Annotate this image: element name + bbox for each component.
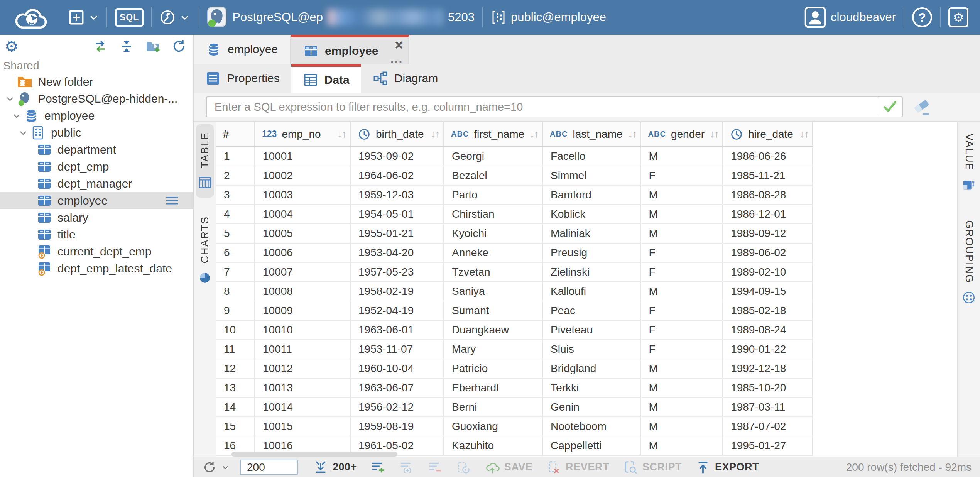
grid-cell[interactable]: Genin <box>542 398 641 417</box>
grid-cell[interactable]: 10006 <box>255 243 350 262</box>
grid-cell[interactable]: 1964-06-02 <box>350 166 444 185</box>
grid-cell[interactable]: M <box>641 436 723 455</box>
script-button[interactable]: SCRIPT <box>618 460 687 475</box>
grid-cell[interactable]: Saniya <box>444 282 542 301</box>
grid-cell[interactable]: F <box>641 301 723 320</box>
grid-rownum-cell[interactable]: 2 <box>216 166 255 185</box>
grid-cell[interactable]: Eberhardt <box>444 378 542 398</box>
grid-cell[interactable]: Bezalel <box>444 166 542 185</box>
connection-selector-button[interactable]: PostgreSQL@ep5203 <box>198 0 482 35</box>
grid-cell[interactable]: 1990-01-22 <box>723 340 813 359</box>
grid-cell[interactable]: 1959-08-19 <box>350 417 444 436</box>
grid-cell[interactable]: 1994-09-15 <box>723 282 813 301</box>
sort-icon[interactable]: ↓↑ <box>710 128 718 140</box>
chevron-expanded-icon[interactable] <box>3 94 17 104</box>
sort-icon[interactable]: ↓↑ <box>431 128 439 140</box>
sort-icon[interactable]: ↓↑ <box>337 128 346 140</box>
grid-cell[interactable]: 10001 <box>255 147 350 166</box>
grid-cell[interactable]: Parto <box>444 185 542 205</box>
grid-cell[interactable]: 1955-01-21 <box>350 224 444 243</box>
export-button[interactable]: EXPORT <box>690 460 764 475</box>
grid-cell[interactable]: Chirstian <box>444 205 542 224</box>
apply-changes-button[interactable] <box>451 460 476 475</box>
grid-cell[interactable]: Sumant <box>444 301 542 320</box>
tree-item-current-dept-emp[interactable]: current_dept_emp <box>0 243 193 260</box>
tree-item-salary[interactable]: salary <box>0 209 193 226</box>
grid-header-emp_no[interactable]: 123emp_no↓↑ <box>255 122 350 147</box>
grid-header-last_name[interactable]: ABClast_name↓↑ <box>542 122 641 147</box>
user-menu-button[interactable]: cloudbeaver <box>797 0 904 35</box>
grid-cell[interactable]: Simmel <box>542 166 641 185</box>
grid-rownum-cell[interactable]: 6 <box>216 243 255 262</box>
sort-icon[interactable]: ↓↑ <box>799 128 808 140</box>
chevron-expanded-icon[interactable] <box>10 111 24 121</box>
grid-rownum-cell[interactable]: 9 <box>216 301 255 320</box>
tree-item-employee[interactable]: employee <box>0 192 193 209</box>
grid-cell[interactable]: 10014 <box>255 398 350 417</box>
new-folder-icon[interactable] <box>145 39 161 54</box>
grid-header-hire_date[interactable]: hire_date↓↑ <box>723 122 813 147</box>
grid-cell[interactable]: 1986-08-28 <box>723 185 813 205</box>
tree-item-department[interactable]: department <box>0 141 193 158</box>
grid-cell[interactable]: M <box>641 359 723 378</box>
grid-cell[interactable]: Anneke <box>444 243 542 262</box>
grid-cell[interactable]: 10004 <box>255 205 350 224</box>
grid-rownum-cell[interactable]: 7 <box>216 262 255 282</box>
sort-icon[interactable]: ↓↑ <box>628 128 637 140</box>
grid-cell[interactable]: M <box>641 417 723 436</box>
grid-cell[interactable]: 1958-02-19 <box>350 282 444 301</box>
grid-cell[interactable]: 1960-10-04 <box>350 359 444 378</box>
tab-properties[interactable]: Properties <box>194 64 291 93</box>
horizontal-scrollbar[interactable] <box>231 452 397 457</box>
grid-rownum-cell[interactable]: 4 <box>216 205 255 224</box>
grid-cell[interactable]: F <box>641 340 723 359</box>
grid-cell[interactable]: Preusig <box>542 243 641 262</box>
grid-cell[interactable]: 10003 <box>255 185 350 205</box>
grid-cell[interactable]: 1989-08-24 <box>723 320 813 340</box>
grid-cell[interactable]: 1985-11-21 <box>723 166 813 185</box>
grid-rownum-cell[interactable]: 11 <box>216 340 255 359</box>
driver-manager-button[interactable] <box>152 0 198 35</box>
grid-cell[interactable]: F <box>641 166 723 185</box>
tree-item-dept-emp[interactable]: dept_emp <box>0 158 193 175</box>
grid-cell[interactable]: Koblick <box>542 205 641 224</box>
tree-item-dept-manager[interactable]: dept_manager <box>0 175 193 192</box>
grid-cell[interactable]: M <box>641 378 723 398</box>
grid-cell[interactable]: 10005 <box>255 224 350 243</box>
grid-cell[interactable]: Patricio <box>444 359 542 378</box>
grid-cell[interactable]: 10002 <box>255 166 350 185</box>
editor-tab-table-employee[interactable]: employee × ... <box>291 35 409 64</box>
chevron-expanded-icon[interactable] <box>16 128 30 138</box>
grid-cell[interactable]: 10011 <box>255 340 350 359</box>
grid-cell[interactable]: 1986-12-01 <box>723 205 813 224</box>
grid-cell[interactable]: 1953-04-20 <box>350 243 444 262</box>
grid-header-gender[interactable]: ABCgender↓↑ <box>641 122 723 147</box>
sql-editor-button[interactable]: SQL <box>107 0 151 35</box>
grid-cell[interactable]: 1992-12-18 <box>723 359 813 378</box>
grid-cell[interactable]: 1985-02-18 <box>723 301 813 320</box>
grid-cell[interactable]: 1963-06-07 <box>350 378 444 398</box>
grid-rownum-cell[interactable]: 5 <box>216 224 255 243</box>
tree-item-title[interactable]: title <box>0 226 193 243</box>
grid-rownum-cell[interactable]: 12 <box>216 359 255 378</box>
grid-cell[interactable]: 10012 <box>255 359 350 378</box>
grid-cell[interactable]: 1954-05-01 <box>350 205 444 224</box>
refresh-result-button[interactable] <box>202 460 235 475</box>
grid-cell[interactable]: 1956-02-12 <box>350 398 444 417</box>
grid-cell[interactable]: 1953-11-07 <box>350 340 444 359</box>
grid-rownum-cell[interactable]: 14 <box>216 398 255 417</box>
grid-cell[interactable]: Terkki <box>542 378 641 398</box>
grid-cell[interactable]: M <box>641 185 723 205</box>
tree-item-postgresql-ep-hidden-[interactable]: PostgreSQL@ep-hidden-... <box>0 90 193 107</box>
grid-cell[interactable]: 1959-12-03 <box>350 185 444 205</box>
grid-cell[interactable]: 1957-05-23 <box>350 262 444 282</box>
grid-cell[interactable]: 10009 <box>255 301 350 320</box>
settings-button[interactable]: ⚙ <box>941 0 976 35</box>
grid-cell[interactable]: Peac <box>542 301 641 320</box>
grid-cell[interactable]: Piveteau <box>542 320 641 340</box>
add-row-button[interactable] <box>365 460 391 475</box>
tree-item-dept-emp-latest-date[interactable]: dept_emp_latest_date <box>0 260 193 277</box>
delete-row-button[interactable] <box>422 460 448 475</box>
grid-cell[interactable]: 1987-03-11 <box>723 398 813 417</box>
grid-cell[interactable]: Tzvetan <box>444 262 542 282</box>
